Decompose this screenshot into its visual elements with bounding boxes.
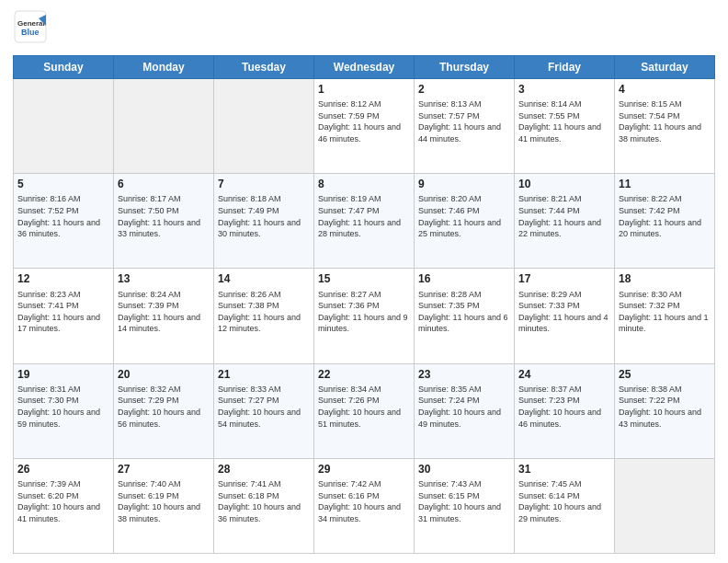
day-number: 2 xyxy=(418,82,510,97)
svg-text:General: General xyxy=(17,19,45,28)
calendar-cell: 14Sunrise: 8:26 AM Sunset: 7:38 PM Dayli… xyxy=(214,269,314,363)
week-row-4: 26Sunrise: 7:39 AM Sunset: 6:20 PM Dayli… xyxy=(14,458,715,553)
day-info: Sunrise: 8:16 AM Sunset: 7:52 PM Dayligh… xyxy=(17,193,109,239)
day-info: Sunrise: 8:18 AM Sunset: 7:49 PM Dayligh… xyxy=(218,193,310,239)
day-info: Sunrise: 7:43 AM Sunset: 6:15 PM Dayligh… xyxy=(418,478,510,524)
weekday-header-row: SundayMondayTuesdayWednesdayThursdayFrid… xyxy=(14,56,715,79)
day-number: 4 xyxy=(619,82,711,97)
calendar-cell: 27Sunrise: 7:40 AM Sunset: 6:19 PM Dayli… xyxy=(114,458,214,553)
calendar-table: SundayMondayTuesdayWednesdayThursdayFrid… xyxy=(13,55,715,554)
weekday-friday: Friday xyxy=(515,56,615,79)
day-info: Sunrise: 8:27 AM Sunset: 7:36 PM Dayligh… xyxy=(318,289,410,335)
calendar-cell xyxy=(214,79,314,174)
calendar-cell: 6Sunrise: 8:17 AM Sunset: 7:50 PM Daylig… xyxy=(114,174,214,269)
calendar-cell: 24Sunrise: 8:37 AM Sunset: 7:23 PM Dayli… xyxy=(515,363,615,458)
calendar-cell xyxy=(114,79,214,174)
day-number: 20 xyxy=(118,367,210,382)
day-info: Sunrise: 8:12 AM Sunset: 7:59 PM Dayligh… xyxy=(318,98,410,144)
day-number: 22 xyxy=(318,367,410,382)
day-number: 6 xyxy=(118,177,210,191)
calendar-cell: 18Sunrise: 8:30 AM Sunset: 7:32 PM Dayli… xyxy=(615,269,715,363)
calendar-cell: 31Sunrise: 7:45 AM Sunset: 6:14 PM Dayli… xyxy=(515,458,615,553)
calendar-cell: 12Sunrise: 8:23 AM Sunset: 7:41 PM Dayli… xyxy=(14,269,114,363)
day-info: Sunrise: 8:14 AM Sunset: 7:55 PM Dayligh… xyxy=(518,98,610,144)
day-number: 29 xyxy=(318,462,410,477)
day-number: 12 xyxy=(17,271,109,286)
calendar-cell: 5Sunrise: 8:16 AM Sunset: 7:52 PM Daylig… xyxy=(14,174,114,269)
calendar-cell: 15Sunrise: 8:27 AM Sunset: 7:36 PM Dayli… xyxy=(314,269,415,363)
calendar-cell: 9Sunrise: 8:20 AM Sunset: 7:46 PM Daylig… xyxy=(415,174,515,269)
day-number: 25 xyxy=(619,367,711,382)
day-number: 24 xyxy=(518,367,610,382)
day-number: 5 xyxy=(17,177,109,191)
logo: General Blue xyxy=(13,9,48,48)
day-info: Sunrise: 8:37 AM Sunset: 7:23 PM Dayligh… xyxy=(518,384,610,430)
day-number: 28 xyxy=(218,462,310,477)
calendar-cell: 23Sunrise: 8:35 AM Sunset: 7:24 PM Dayli… xyxy=(415,363,515,458)
day-info: Sunrise: 8:31 AM Sunset: 7:30 PM Dayligh… xyxy=(17,384,109,430)
calendar-cell: 11Sunrise: 8:22 AM Sunset: 7:42 PM Dayli… xyxy=(615,174,715,269)
day-number: 17 xyxy=(518,271,610,286)
day-info: Sunrise: 7:39 AM Sunset: 6:20 PM Dayligh… xyxy=(17,478,109,524)
weekday-wednesday: Wednesday xyxy=(314,56,415,79)
day-number: 23 xyxy=(418,367,510,382)
day-number: 9 xyxy=(418,177,510,191)
day-info: Sunrise: 7:42 AM Sunset: 6:16 PM Dayligh… xyxy=(318,478,410,524)
day-info: Sunrise: 8:30 AM Sunset: 7:32 PM Dayligh… xyxy=(619,289,711,335)
day-info: Sunrise: 8:28 AM Sunset: 7:35 PM Dayligh… xyxy=(418,289,510,335)
day-info: Sunrise: 8:22 AM Sunset: 7:42 PM Dayligh… xyxy=(619,193,711,239)
week-row-2: 12Sunrise: 8:23 AM Sunset: 7:41 PM Dayli… xyxy=(14,269,715,363)
day-info: Sunrise: 8:33 AM Sunset: 7:27 PM Dayligh… xyxy=(218,384,310,430)
calendar-cell: 16Sunrise: 8:28 AM Sunset: 7:35 PM Dayli… xyxy=(415,269,515,363)
day-number: 1 xyxy=(318,82,410,97)
day-info: Sunrise: 8:35 AM Sunset: 7:24 PM Dayligh… xyxy=(418,384,510,430)
day-info: Sunrise: 8:23 AM Sunset: 7:41 PM Dayligh… xyxy=(17,289,109,335)
day-info: Sunrise: 8:34 AM Sunset: 7:26 PM Dayligh… xyxy=(318,384,410,430)
calendar-cell: 3Sunrise: 8:14 AM Sunset: 7:55 PM Daylig… xyxy=(515,79,615,174)
day-number: 18 xyxy=(619,271,711,286)
day-number: 11 xyxy=(619,177,711,191)
calendar-cell: 1Sunrise: 8:12 AM Sunset: 7:59 PM Daylig… xyxy=(314,79,415,174)
calendar-cell: 19Sunrise: 8:31 AM Sunset: 7:30 PM Dayli… xyxy=(14,363,114,458)
day-info: Sunrise: 8:29 AM Sunset: 7:33 PM Dayligh… xyxy=(518,289,610,335)
week-row-0: 1Sunrise: 8:12 AM Sunset: 7:59 PM Daylig… xyxy=(14,79,715,174)
day-info: Sunrise: 8:21 AM Sunset: 7:44 PM Dayligh… xyxy=(518,193,610,239)
day-number: 26 xyxy=(17,462,109,477)
svg-text:Blue: Blue xyxy=(21,28,40,37)
day-number: 31 xyxy=(518,462,610,477)
day-number: 15 xyxy=(318,271,410,286)
day-number: 30 xyxy=(418,462,510,477)
calendar-cell: 20Sunrise: 8:32 AM Sunset: 7:29 PM Dayli… xyxy=(114,363,214,458)
calendar-cell: 2Sunrise: 8:13 AM Sunset: 7:57 PM Daylig… xyxy=(415,79,515,174)
calendar-cell: 21Sunrise: 8:33 AM Sunset: 7:27 PM Dayli… xyxy=(214,363,314,458)
day-number: 3 xyxy=(518,82,610,97)
calendar-cell: 8Sunrise: 8:19 AM Sunset: 7:47 PM Daylig… xyxy=(314,174,415,269)
day-number: 8 xyxy=(318,177,410,191)
day-info: Sunrise: 8:26 AM Sunset: 7:38 PM Dayligh… xyxy=(218,289,310,335)
header: General Blue xyxy=(13,9,715,48)
day-number: 16 xyxy=(418,271,510,286)
week-row-3: 19Sunrise: 8:31 AM Sunset: 7:30 PM Dayli… xyxy=(14,363,715,458)
day-number: 21 xyxy=(218,367,310,382)
day-info: Sunrise: 8:24 AM Sunset: 7:39 PM Dayligh… xyxy=(118,289,210,335)
weekday-sunday: Sunday xyxy=(14,56,114,79)
day-info: Sunrise: 8:38 AM Sunset: 7:22 PM Dayligh… xyxy=(619,384,711,430)
day-info: Sunrise: 8:13 AM Sunset: 7:57 PM Dayligh… xyxy=(418,98,510,144)
calendar-cell: 4Sunrise: 8:15 AM Sunset: 7:54 PM Daylig… xyxy=(615,79,715,174)
day-number: 13 xyxy=(118,271,210,286)
day-info: Sunrise: 7:41 AM Sunset: 6:18 PM Dayligh… xyxy=(218,478,310,524)
day-info: Sunrise: 8:32 AM Sunset: 7:29 PM Dayligh… xyxy=(118,384,210,430)
calendar-cell: 13Sunrise: 8:24 AM Sunset: 7:39 PM Dayli… xyxy=(114,269,214,363)
calendar-cell: 25Sunrise: 8:38 AM Sunset: 7:22 PM Dayli… xyxy=(615,363,715,458)
calendar-cell xyxy=(14,79,114,174)
logo-icon: General Blue xyxy=(13,9,48,44)
calendar-cell: 28Sunrise: 7:41 AM Sunset: 6:18 PM Dayli… xyxy=(214,458,314,553)
week-row-1: 5Sunrise: 8:16 AM Sunset: 7:52 PM Daylig… xyxy=(14,174,715,269)
calendar-cell: 30Sunrise: 7:43 AM Sunset: 6:15 PM Dayli… xyxy=(415,458,515,553)
weekday-thursday: Thursday xyxy=(415,56,515,79)
calendar-cell: 26Sunrise: 7:39 AM Sunset: 6:20 PM Dayli… xyxy=(14,458,114,553)
calendar-body: 1Sunrise: 8:12 AM Sunset: 7:59 PM Daylig… xyxy=(14,79,715,554)
calendar-cell: 7Sunrise: 8:18 AM Sunset: 7:49 PM Daylig… xyxy=(214,174,314,269)
day-number: 10 xyxy=(518,177,610,191)
day-number: 7 xyxy=(218,177,310,191)
